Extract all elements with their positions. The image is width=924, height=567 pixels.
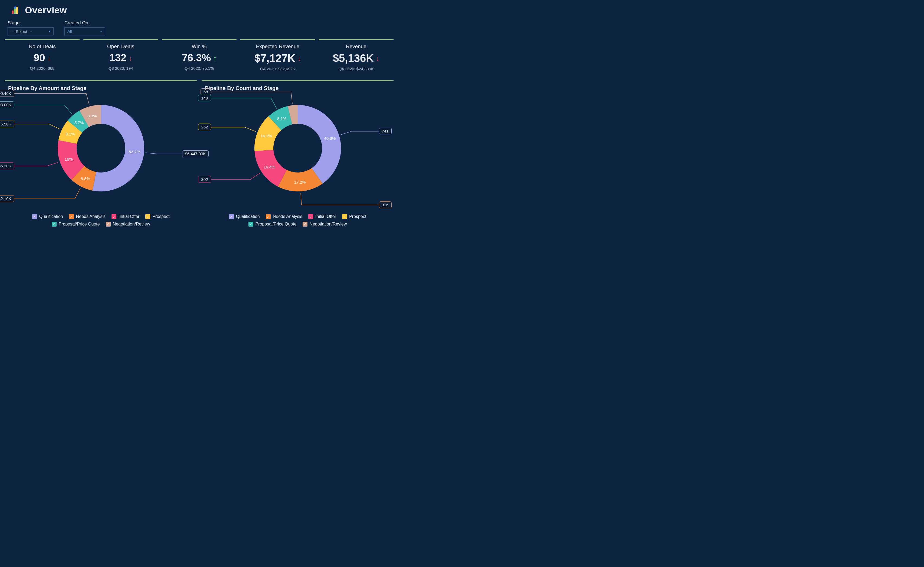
legend-label: Negotiation/Review (113, 222, 150, 226)
kpi-title: Open Deals (86, 44, 155, 50)
chart-canvas[interactable]: 53.2%$6,447.00K8.8%$1,062.10K16%$1,935.2… (8, 93, 194, 213)
svg-rect-2 (16, 7, 18, 14)
kpi-card[interactable]: Win %76.3%↑Q4 2020: 75.1% (162, 39, 236, 75)
chart-pipeline-count: Pipeline By Count and Stage 40.3%74117.2… (202, 80, 394, 229)
kpi-value: 76.3%↑ (182, 52, 217, 64)
stage-select[interactable]: --- Select --- ▼ (8, 27, 54, 35)
arrow-down-icon: ↓ (376, 55, 379, 62)
segment-pct-label: 53.2% (129, 149, 140, 154)
filter-created-on-label: Created On: (65, 20, 105, 26)
kpi-card[interactable]: Open Deals132↓Q3 2020: 194 (83, 39, 158, 75)
legend-item[interactable]: Qualification (229, 214, 260, 219)
kpi-comparison: Q4 2020: $32,692K (243, 66, 312, 71)
segment-callout: 316 (379, 201, 392, 208)
segment-pct-label: 17.2% (294, 180, 306, 184)
svg-rect-3 (14, 6, 16, 9)
segment-callout: $1,935.20K (0, 162, 14, 169)
kpi-row: No of Deals90↓Q4 2020: 368Open Deals132↓… (0, 39, 399, 75)
segment-pct-label: 40.3% (324, 136, 336, 140)
checkmark-icon (69, 214, 74, 219)
created-on-select-value: All (68, 29, 72, 34)
segment-pct-label: 8.1% (277, 116, 286, 121)
kpi-comparison: Q4 2020: 368 (8, 66, 77, 70)
segment-pct-label: 14.3% (260, 134, 272, 138)
legend-label: Prospect (349, 214, 366, 219)
legend-label: Proposal/Price Quote (256, 222, 296, 226)
chevron-down-icon: ▼ (48, 30, 51, 33)
chart-legend: QualificationNeeds AnalysisInitial Offer… (205, 213, 390, 226)
kpi-title: Revenue (322, 44, 391, 50)
chart-title: Pipeline By Amount and Stage (8, 85, 194, 92)
svg-rect-0 (12, 10, 14, 14)
svg-rect-1 (14, 8, 16, 14)
segment-pct-label: 16% (65, 156, 73, 161)
chart-title: Pipeline By Count and Stage (205, 85, 390, 92)
kpi-value: $5,136K↓ (333, 52, 379, 64)
legend-item[interactable]: Proposal/Price Quote (52, 222, 100, 226)
kpi-card[interactable]: Revenue$5,136K↓Q4 2020: $24,339K (319, 39, 394, 75)
chevron-down-icon: ▼ (99, 30, 102, 33)
checkmark-icon (302, 222, 307, 226)
stage-select-value: --- Select --- (11, 29, 32, 34)
legend-item[interactable]: Prospect (145, 214, 169, 219)
legend-item[interactable]: Initial Offer (111, 214, 139, 219)
legend-item[interactable]: Proposal/Price Quote (248, 222, 296, 226)
segment-pct-label: 16.4% (263, 165, 275, 169)
legend-item[interactable]: Negotiation/Review (302, 222, 347, 226)
filter-bar: Stage: --- Select --- ▼ Created On: All … (0, 20, 399, 39)
charts-row: Pipeline By Amount and Stage 53.2%$6,447… (0, 75, 399, 229)
checkmark-icon (342, 214, 347, 219)
legend-item[interactable]: Negotiation/Review (106, 222, 150, 226)
page-header: Overview (0, 0, 399, 20)
segment-callout: 68 (200, 88, 211, 95)
segment-callout: 262 (198, 124, 211, 130)
dashboard-page: Overview Stage: --- Select --- ▼ Created… (0, 0, 399, 235)
legend-item[interactable]: Qualification (32, 214, 63, 219)
legend-label: Prospect (152, 214, 169, 219)
legend-item[interactable]: Needs Analysis (69, 214, 105, 219)
arrow-down-icon: ↓ (129, 55, 132, 62)
checkmark-icon (32, 214, 37, 219)
checkmark-icon (308, 214, 313, 219)
segment-pct-label: 5.7% (74, 120, 84, 124)
checkmark-icon (266, 214, 271, 219)
checkmark-icon (145, 214, 150, 219)
segment-pct-label: 8.1% (66, 132, 75, 136)
chart-pipeline-amount: Pipeline By Amount and Stage 53.2%$6,447… (5, 80, 197, 229)
checkmark-icon (52, 222, 57, 226)
kpi-title: Win % (164, 44, 234, 50)
chart-legend: QualificationNeeds AnalysisInitial Offer… (8, 213, 194, 226)
kpi-value: 90↓ (33, 52, 51, 64)
checkmark-icon (106, 222, 111, 226)
legend-label: Initial Offer (315, 214, 336, 219)
legend-item[interactable]: Prospect (342, 214, 366, 219)
chart-canvas[interactable]: 40.3%74117.2%31616.4%30214.3%2628.1%1496… (205, 93, 390, 213)
legend-label: Proposal/Price Quote (59, 222, 100, 226)
arrow-down-icon: ↓ (47, 55, 51, 62)
segment-callout: $1,000.40K (0, 90, 14, 97)
created-on-select[interactable]: All ▼ (65, 27, 105, 35)
legend-label: Needs Analysis (273, 214, 302, 219)
filter-created-on: Created On: All ▼ (65, 20, 105, 35)
filter-stage-label: Stage: (8, 20, 54, 26)
segment-pct-label: 8.8% (81, 176, 90, 181)
header-sparkline-decoration (258, 2, 399, 21)
kpi-title: No of Deals (8, 44, 77, 50)
legend-item[interactable]: Needs Analysis (266, 214, 302, 219)
kpi-value: $7,127K↓ (254, 52, 301, 64)
page-title: Overview (25, 5, 67, 15)
legend-item[interactable]: Initial Offer (308, 214, 336, 219)
legend-label: Qualification (236, 214, 260, 219)
kpi-card[interactable]: No of Deals90↓Q4 2020: 368 (5, 39, 80, 75)
legend-label: Qualification (39, 214, 63, 219)
kpi-title: Expected Revenue (243, 44, 312, 50)
kpi-comparison: Q4 2020: $24,339K (322, 66, 391, 71)
filter-stage: Stage: --- Select --- ▼ (8, 20, 54, 35)
segment-pct-label: 8.3% (87, 113, 96, 118)
bar-chart-icon (11, 6, 20, 15)
kpi-card[interactable]: Expected Revenue$7,127K↓Q4 2020: $32,692… (240, 39, 315, 75)
legend-label: Initial Offer (119, 214, 139, 219)
arrow-up-icon: ↑ (213, 55, 217, 62)
segment-callout: $1,062.10K (0, 195, 14, 202)
checkmark-icon (229, 214, 234, 219)
